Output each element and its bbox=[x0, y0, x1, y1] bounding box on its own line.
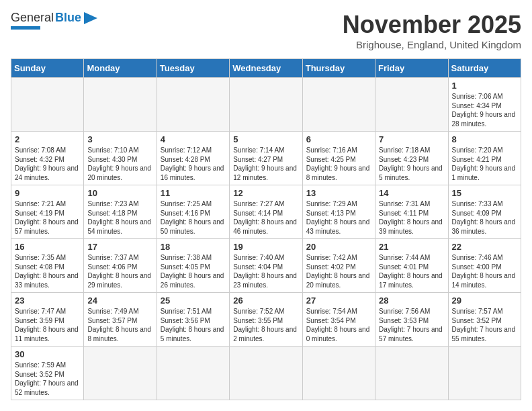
day-number: 21 bbox=[379, 242, 444, 252]
day-number: 2 bbox=[15, 134, 80, 144]
day-info: Sunrise: 7:29 AM Sunset: 4:13 PM Dayligh… bbox=[306, 199, 371, 236]
day-number: 19 bbox=[233, 242, 298, 252]
logo-blue-text: Blue bbox=[55, 11, 81, 25]
calendar-cell bbox=[157, 347, 229, 400]
calendar-cell: 18Sunrise: 7:38 AM Sunset: 4:05 PM Dayli… bbox=[157, 239, 229, 293]
calendar-cell: 3Sunrise: 7:10 AM Sunset: 4:30 PM Daylig… bbox=[84, 132, 157, 185]
day-number: 14 bbox=[379, 188, 444, 198]
calendar-week-row: 16Sunrise: 7:35 AM Sunset: 4:08 PM Dayli… bbox=[11, 239, 521, 293]
calendar-table: SundayMondayTuesdayWednesdayThursdayFrid… bbox=[11, 58, 521, 400]
day-info: Sunrise: 7:23 AM Sunset: 4:18 PM Dayligh… bbox=[87, 199, 152, 236]
day-number: 8 bbox=[452, 134, 517, 144]
day-info: Sunrise: 7:56 AM Sunset: 3:53 PM Dayligh… bbox=[379, 307, 444, 343]
day-number: 30 bbox=[15, 349, 80, 359]
day-info: Sunrise: 7:27 AM Sunset: 4:14 PM Dayligh… bbox=[233, 199, 298, 236]
day-number: 29 bbox=[452, 295, 517, 306]
day-info: Sunrise: 7:57 AM Sunset: 3:52 PM Dayligh… bbox=[452, 307, 517, 343]
calendar-cell bbox=[375, 78, 448, 132]
day-number: 11 bbox=[161, 188, 226, 198]
day-info: Sunrise: 7:18 AM Sunset: 4:23 PM Dayligh… bbox=[379, 146, 444, 182]
logo-triangle-icon bbox=[83, 12, 97, 24]
day-number: 7 bbox=[379, 134, 444, 144]
logo-general-text: General bbox=[11, 11, 54, 25]
day-number: 28 bbox=[379, 295, 444, 306]
calendar-header-monday: Monday bbox=[84, 59, 157, 78]
day-number: 27 bbox=[306, 295, 371, 306]
day-info: Sunrise: 7:20 AM Sunset: 4:21 PM Dayligh… bbox=[452, 146, 517, 182]
calendar-cell bbox=[375, 347, 448, 400]
calendar-cell: 29Sunrise: 7:57 AM Sunset: 3:52 PM Dayli… bbox=[448, 293, 521, 347]
calendar-cell: 22Sunrise: 7:46 AM Sunset: 4:00 PM Dayli… bbox=[448, 239, 521, 293]
day-info: Sunrise: 7:14 AM Sunset: 4:27 PM Dayligh… bbox=[233, 146, 298, 182]
calendar-cell: 28Sunrise: 7:56 AM Sunset: 3:53 PM Dayli… bbox=[375, 293, 448, 347]
calendar-cell: 19Sunrise: 7:40 AM Sunset: 4:04 PM Dayli… bbox=[230, 239, 302, 293]
calendar-header-tuesday: Tuesday bbox=[157, 59, 229, 78]
day-info: Sunrise: 7:35 AM Sunset: 4:08 PM Dayligh… bbox=[15, 253, 80, 289]
day-info: Sunrise: 7:38 AM Sunset: 4:05 PM Dayligh… bbox=[161, 253, 226, 289]
calendar-cell: 26Sunrise: 7:52 AM Sunset: 3:55 PM Dayli… bbox=[230, 293, 302, 347]
calendar-cell bbox=[11, 78, 84, 132]
day-number: 9 bbox=[15, 188, 80, 198]
day-info: Sunrise: 7:46 AM Sunset: 4:00 PM Dayligh… bbox=[452, 253, 517, 289]
day-info: Sunrise: 7:44 AM Sunset: 4:01 PM Dayligh… bbox=[379, 253, 444, 289]
calendar-cell: 16Sunrise: 7:35 AM Sunset: 4:08 PM Dayli… bbox=[11, 239, 84, 293]
calendar-cell: 4Sunrise: 7:12 AM Sunset: 4:28 PM Daylig… bbox=[157, 132, 229, 185]
calendar-cell: 10Sunrise: 7:23 AM Sunset: 4:18 PM Dayli… bbox=[84, 185, 157, 239]
svg-marker-0 bbox=[84, 12, 97, 24]
calendar-cell bbox=[157, 78, 229, 132]
calendar-cell bbox=[302, 78, 375, 132]
day-info: Sunrise: 7:33 AM Sunset: 4:09 PM Dayligh… bbox=[452, 199, 517, 236]
day-info: Sunrise: 7:08 AM Sunset: 4:32 PM Dayligh… bbox=[15, 146, 80, 182]
day-info: Sunrise: 7:21 AM Sunset: 4:19 PM Dayligh… bbox=[15, 199, 80, 236]
day-info: Sunrise: 7:52 AM Sunset: 3:55 PM Dayligh… bbox=[233, 307, 298, 343]
day-number: 13 bbox=[306, 188, 371, 198]
calendar-cell: 13Sunrise: 7:29 AM Sunset: 4:13 PM Dayli… bbox=[302, 185, 375, 239]
calendar-cell: 1Sunrise: 7:06 AM Sunset: 4:34 PM Daylig… bbox=[448, 78, 521, 132]
day-info: Sunrise: 7:12 AM Sunset: 4:28 PM Dayligh… bbox=[161, 146, 226, 182]
calendar-cell bbox=[302, 347, 375, 400]
calendar-cell: 15Sunrise: 7:33 AM Sunset: 4:09 PM Dayli… bbox=[448, 185, 521, 239]
calendar-header-friday: Friday bbox=[375, 59, 448, 78]
calendar-cell bbox=[230, 347, 302, 400]
calendar-week-row: 2Sunrise: 7:08 AM Sunset: 4:32 PM Daylig… bbox=[11, 132, 521, 185]
day-info: Sunrise: 7:49 AM Sunset: 3:57 PM Dayligh… bbox=[87, 307, 152, 343]
header: General Blue November 2025 Brighouse, En… bbox=[11, 11, 521, 50]
calendar-cell: 14Sunrise: 7:31 AM Sunset: 4:11 PM Dayli… bbox=[375, 185, 448, 239]
day-number: 16 bbox=[15, 242, 80, 252]
day-number: 6 bbox=[306, 134, 371, 144]
calendar-cell: 21Sunrise: 7:44 AM Sunset: 4:01 PM Dayli… bbox=[375, 239, 448, 293]
calendar-cell bbox=[230, 78, 302, 132]
day-number: 23 bbox=[15, 295, 80, 306]
day-info: Sunrise: 7:47 AM Sunset: 3:59 PM Dayligh… bbox=[15, 307, 80, 343]
calendar-cell: 8Sunrise: 7:20 AM Sunset: 4:21 PM Daylig… bbox=[448, 132, 521, 185]
calendar-cell: 6Sunrise: 7:16 AM Sunset: 4:25 PM Daylig… bbox=[302, 132, 375, 185]
calendar-cell: 5Sunrise: 7:14 AM Sunset: 4:27 PM Daylig… bbox=[230, 132, 302, 185]
day-info: Sunrise: 7:51 AM Sunset: 3:56 PM Dayligh… bbox=[161, 307, 226, 343]
calendar-cell bbox=[84, 78, 157, 132]
calendar-week-row: 30Sunrise: 7:59 AM Sunset: 3:52 PM Dayli… bbox=[11, 347, 521, 400]
calendar-cell bbox=[448, 347, 521, 400]
logo-underline bbox=[11, 26, 40, 30]
day-number: 12 bbox=[233, 188, 298, 198]
calendar-cell: 2Sunrise: 7:08 AM Sunset: 4:32 PM Daylig… bbox=[11, 132, 84, 185]
calendar-header-wednesday: Wednesday bbox=[230, 59, 302, 78]
day-info: Sunrise: 7:40 AM Sunset: 4:04 PM Dayligh… bbox=[233, 253, 298, 289]
day-number: 20 bbox=[306, 242, 371, 252]
calendar-cell: 23Sunrise: 7:47 AM Sunset: 3:59 PM Dayli… bbox=[11, 293, 84, 347]
day-info: Sunrise: 7:25 AM Sunset: 4:16 PM Dayligh… bbox=[161, 199, 226, 236]
logo: General Blue bbox=[11, 11, 97, 30]
calendar-header-row: SundayMondayTuesdayWednesdayThursdayFrid… bbox=[11, 59, 521, 78]
calendar-week-row: 23Sunrise: 7:47 AM Sunset: 3:59 PM Dayli… bbox=[11, 293, 521, 347]
day-info: Sunrise: 7:54 AM Sunset: 3:54 PM Dayligh… bbox=[306, 307, 371, 343]
title-area: November 2025 Brighouse, England, United… bbox=[343, 11, 521, 50]
calendar-cell: 30Sunrise: 7:59 AM Sunset: 3:52 PM Dayli… bbox=[11, 347, 84, 400]
subtitle: Brighouse, England, United Kingdom bbox=[343, 39, 521, 50]
day-number: 17 bbox=[87, 242, 152, 252]
calendar-week-row: 1Sunrise: 7:06 AM Sunset: 4:34 PM Daylig… bbox=[11, 78, 521, 132]
day-info: Sunrise: 7:42 AM Sunset: 4:02 PM Dayligh… bbox=[306, 253, 371, 289]
calendar-cell: 27Sunrise: 7:54 AM Sunset: 3:54 PM Dayli… bbox=[302, 293, 375, 347]
calendar-cell: 11Sunrise: 7:25 AM Sunset: 4:16 PM Dayli… bbox=[157, 185, 229, 239]
calendar-cell: 17Sunrise: 7:37 AM Sunset: 4:06 PM Dayli… bbox=[84, 239, 157, 293]
day-number: 25 bbox=[161, 295, 226, 306]
day-number: 3 bbox=[87, 134, 152, 144]
